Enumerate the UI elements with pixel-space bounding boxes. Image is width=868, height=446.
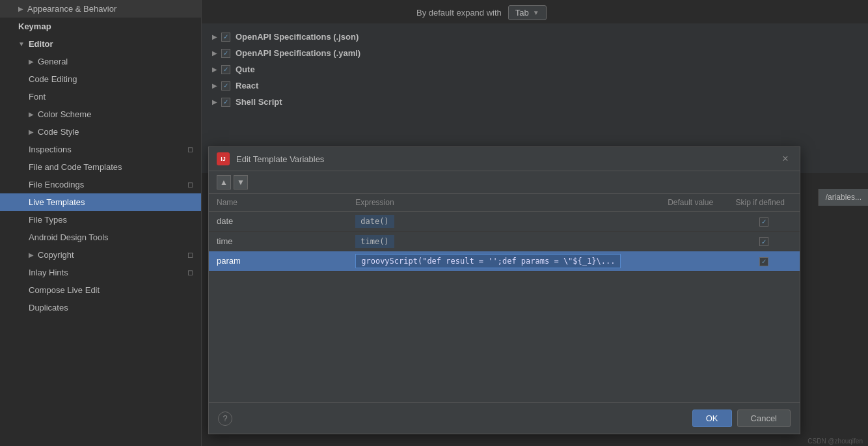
sidebar-item-general[interactable]: ▶ General [0, 53, 201, 70]
sidebar-item-file-code-templates[interactable]: File and Code Templates [0, 158, 201, 176]
sidebar-item-android-design-tools[interactable]: Android Design Tools [0, 229, 201, 246]
expression-value: groovyScript("def result = '';def params… [355, 254, 621, 268]
cell-default-value[interactable] [660, 212, 727, 232]
sidebar-item-compose-live-edit[interactable]: Compose Live Edit [0, 281, 201, 299]
bg-item-openapi-yaml[interactable]: ▶ ✓ OpenAPI Specifications (.yaml) [202, 45, 868, 61]
dropdown-arrow-icon: ▼ [533, 9, 539, 16]
ok-button[interactable]: OK [692, 410, 732, 427]
modal-toolbar: ▲ ▼ [209, 171, 800, 194]
move-up-button[interactable]: ▲ [217, 175, 231, 189]
bg-item-openapi-json[interactable]: ▶ ✓ OpenAPI Specifications (.json) [202, 29, 868, 45]
cancel-button[interactable]: Cancel [737, 410, 791, 427]
close-button[interactable]: × [779, 152, 792, 165]
modal-title: Edit Template Variables [236, 154, 779, 164]
cell-skip-if-defined[interactable] [728, 251, 800, 272]
cell-skip-if-defined[interactable] [728, 231, 800, 251]
cell-skip-if-defined[interactable] [728, 212, 800, 232]
chevron-right-icon: ▶ [29, 128, 34, 135]
modal-footer: ? OK Cancel [209, 402, 800, 434]
openapi-yaml-checkbox[interactable]: ✓ [221, 49, 230, 58]
bg-item-qute[interactable]: ▶ ✓ Qute [202, 61, 868, 77]
sidebar-item-copyright[interactable]: ▶ Copyright ◻ [0, 246, 201, 264]
chevron-right-icon: ▶ [212, 66, 217, 73]
footer-buttons: OK Cancel [692, 410, 791, 427]
chevron-right-icon: ▶ [212, 82, 217, 89]
sidebar-item-duplicates[interactable]: Duplicates [0, 299, 201, 316]
sidebar-item-file-types[interactable]: File Types [0, 211, 201, 229]
main-content: By default expand with Tab ▼ ▶ ✓ OpenAPI… [202, 0, 868, 446]
chevron-right-icon: ▶ [212, 33, 217, 40]
expression-value: time() [355, 235, 394, 248]
sidebar-item-file-encodings[interactable]: File Encodings ◻ [0, 176, 201, 193]
chevron-right-icon: ▶ [29, 111, 34, 118]
chevron-right-icon: ▶ [29, 251, 34, 258]
expand-label: By default expand with [416, 8, 502, 18]
table-row: time() [209, 231, 800, 251]
cell-name[interactable] [209, 251, 347, 272]
sidebar-item-color-scheme[interactable]: ▶ Color Scheme [0, 105, 201, 123]
name-input[interactable] [217, 256, 340, 266]
skip-if-defined-checkbox[interactable] [759, 237, 768, 246]
variables-button[interactable]: /ariables... [819, 189, 868, 206]
cell-expression[interactable]: groovyScript("def result = '';def params… [347, 251, 660, 272]
sidebar-item-live-templates[interactable]: Live Templates [0, 193, 201, 211]
table-row-selected: groovyScript("def result = '';def params… [209, 251, 800, 272]
expression-value: date() [355, 215, 394, 228]
modal-titlebar: IJ Edit Template Variables × [209, 147, 800, 171]
cell-expression[interactable]: time() [347, 231, 660, 251]
watermark: CSDN @zhouqifen [807, 438, 863, 445]
cell-default-value[interactable] [660, 231, 727, 251]
expand-bar: By default expand with Tab ▼ [403, 0, 868, 25]
sidebar-item-editor[interactable]: ▼ Editor [0, 35, 201, 53]
sidebar-item-code-style[interactable]: ▶ Code Style [0, 123, 201, 141]
col-name: Name [209, 194, 347, 212]
app-icon: IJ [217, 152, 230, 165]
sidebar-item-appearance[interactable]: ▶ Appearance & Behavior [0, 0, 201, 18]
skip-if-defined-checkbox[interactable] [759, 257, 768, 266]
chevron-right-icon: ▶ [212, 98, 217, 105]
sidebar-item-code-editing[interactable]: Code Editing [0, 70, 201, 88]
col-skip-if-defined: Skip if defined [728, 194, 800, 212]
table-header-row: Name Expression Default value Skip if de… [209, 194, 800, 212]
col-expression: Expression [347, 194, 660, 212]
chevron-down-icon: ▼ [18, 40, 25, 48]
bg-item-react[interactable]: ▶ ✓ React [202, 77, 868, 94]
settings-sidebar: ▶ Appearance & Behavior Keymap ▼ Editor … [0, 0, 202, 446]
sidebar-item-keymap[interactable]: Keymap [0, 18, 201, 35]
help-button[interactable]: ? [218, 411, 232, 426]
cell-default-value[interactable] [660, 251, 727, 272]
chevron-right-icon: ▶ [29, 58, 34, 65]
variables-table-container: Name Expression Default value Skip if de… [209, 194, 800, 402]
expand-dropdown[interactable]: Tab ▼ [508, 5, 547, 20]
edit-template-variables-dialog: IJ Edit Template Variables × ▲ ▼ Name Ex… [208, 146, 800, 434]
name-input[interactable] [217, 216, 340, 226]
qute-checkbox[interactable]: ✓ [221, 65, 230, 74]
file-encodings-badge: ◻ [187, 180, 193, 189]
chevron-right-icon: ▶ [212, 49, 217, 57]
react-checkbox[interactable]: ✓ [221, 81, 230, 91]
inlay-hints-badge: ◻ [187, 268, 193, 277]
cell-name[interactable] [209, 212, 347, 232]
chevron-right-icon: ▶ [18, 5, 23, 12]
sidebar-item-inspections[interactable]: Inspections ◻ [0, 141, 201, 158]
inspections-badge: ◻ [187, 145, 193, 154]
copyright-badge: ◻ [187, 251, 193, 259]
sidebar-item-inlay-hints[interactable]: Inlay Hints ◻ [0, 264, 201, 281]
skip-if-defined-checkbox[interactable] [759, 217, 768, 227]
name-input[interactable] [217, 236, 340, 246]
openapi-json-checkbox[interactable]: ✓ [221, 33, 230, 42]
cell-name[interactable] [209, 231, 347, 251]
bg-item-shell-script[interactable]: ▶ ✓ Shell Script [202, 94, 868, 110]
sidebar-item-font[interactable]: Font [0, 88, 201, 105]
variables-table: Name Expression Default value Skip if de… [209, 194, 800, 272]
table-row: date() [209, 212, 800, 232]
col-default-value: Default value [660, 194, 727, 212]
cell-expression[interactable]: date() [347, 212, 660, 232]
move-down-button[interactable]: ▼ [234, 175, 248, 189]
shell-script-checkbox[interactable]: ✓ [221, 98, 230, 107]
expand-value: Tab [515, 8, 529, 18]
